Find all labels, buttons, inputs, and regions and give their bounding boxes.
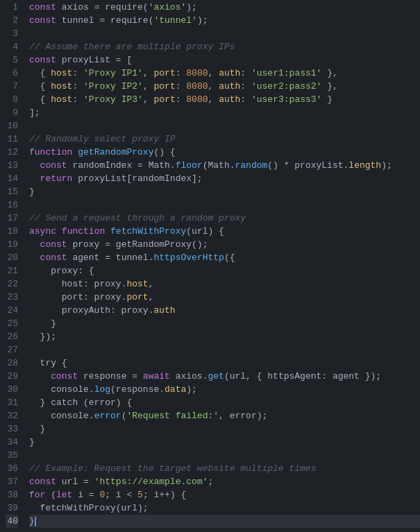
code-token: proxy	[67, 239, 106, 250]
code-token: (	[45, 490, 56, 500]
code-content[interactable]: const axios = require('axios');const tun…	[25, 0, 420, 532]
code-token: return	[29, 173, 72, 184]
code-line: for (let i = 0; i < 5; i++) {	[29, 488, 420, 501]
code-token: host	[126, 279, 148, 289]
code-line: const randomIndex = Math.floor(Math.rand…	[29, 159, 420, 172]
code-token: floor	[176, 160, 203, 171]
code-line: // Example: Request the target website m…	[29, 462, 420, 475]
code-line: const tunnel = require('tunnel');	[29, 14, 420, 27]
code-token: 8080	[186, 94, 208, 105]
code-token: =	[132, 371, 137, 381]
line-number: 39	[6, 501, 18, 515]
code-line: }	[29, 422, 420, 436]
code-token: Math.	[143, 160, 176, 171]
line-number: 4	[6, 40, 18, 53]
code-token: host	[51, 81, 72, 92]
code-token: 'Request failed:'	[126, 411, 219, 421]
code-token: const	[29, 2, 56, 12]
code-token: 'Proxy IP1'	[83, 68, 143, 78]
code-token: tunnel.	[110, 252, 153, 263]
line-number: 3	[6, 27, 18, 40]
code-token: }	[321, 94, 333, 105]
code-line: function getRandomProxy() {	[29, 146, 420, 159]
code-line	[29, 449, 420, 462]
line-number: 36	[6, 462, 18, 475]
code-token: getRandomProxy();	[110, 239, 208, 250]
code-token: 'user3:pass3'	[251, 94, 321, 105]
code-token: }	[29, 437, 35, 447]
code-line: proxy: {	[29, 264, 420, 277]
code-token: await	[137, 371, 170, 381]
code-token: axios	[56, 2, 94, 12]
line-number: 19	[6, 238, 18, 251]
code-token: ; i++) {	[143, 490, 186, 500]
code-token: let	[56, 490, 72, 500]
line-number: 2	[6, 14, 18, 27]
code-line: }	[29, 436, 420, 449]
code-line: const axios = require('axios');	[29, 1, 420, 14]
code-token: getRandomProxy	[78, 147, 153, 157]
code-token: }	[29, 516, 35, 526]
code-token: for	[29, 490, 45, 500]
line-number: 21	[6, 264, 18, 277]
code-line: const proxyList = [	[29, 53, 420, 67]
line-number: 23	[6, 291, 18, 304]
code-line: console.log(response.data);	[29, 383, 420, 396]
code-token: axios.	[170, 371, 208, 381]
code-line: }	[29, 317, 420, 330]
code-token: random	[235, 160, 267, 171]
code-token: ,	[143, 68, 154, 78]
code-token: );	[381, 160, 392, 171]
code-token: ,	[143, 81, 154, 92]
code-token: url	[56, 477, 83, 487]
code-line: async function fetchWithProxy(url) {	[29, 225, 420, 238]
code-token: },	[321, 68, 337, 78]
code-token: [	[121, 55, 133, 65]
text-cursor	[35, 517, 36, 526]
line-number: 25	[6, 317, 18, 330]
code-token: () * proxyList.	[267, 160, 348, 171]
code-line: { host: 'Proxy IP2', port: 8080, auth: '…	[29, 80, 420, 93]
line-number: 5	[6, 53, 18, 67]
code-token: 5	[137, 490, 143, 500]
code-line: port: proxy.port,	[29, 291, 420, 304]
code-token: :	[72, 81, 83, 92]
code-token: =	[89, 490, 94, 500]
code-editor: 1234567891011121314151617181920212223242…	[0, 0, 420, 532]
code-token: =	[116, 55, 121, 65]
code-token: log	[94, 384, 110, 395]
code-line: }	[29, 185, 420, 198]
code-token: httpsOverHttp	[153, 252, 224, 263]
code-token: proxyList[randomIndex];	[72, 173, 202, 184]
code-token: length	[348, 160, 381, 171]
code-token: );	[186, 384, 197, 395]
code-token: ,	[208, 81, 219, 92]
line-number: 9	[6, 106, 18, 119]
line-number: 30	[6, 383, 18, 396]
code-token: :	[240, 94, 251, 105]
code-token: 8080	[186, 68, 208, 78]
code-line	[29, 119, 420, 132]
code-token: 'Proxy IP3'	[83, 94, 143, 105]
code-token: ,	[208, 68, 219, 78]
line-number: 24	[6, 304, 18, 317]
code-token: proxy: {	[29, 266, 94, 276]
line-number: 32	[6, 409, 18, 422]
code-token: function	[62, 226, 105, 237]
code-line: const url = 'https://example.com';	[29, 475, 420, 488]
code-line: { host: 'Proxy IP3', port: 8080, auth: '…	[29, 93, 420, 106]
code-token: ,	[143, 94, 154, 105]
line-number: 29	[6, 370, 18, 383]
code-token: 'axios'	[149, 2, 187, 12]
line-number: 22	[6, 277, 18, 291]
code-token: (url, { httpsAgent: agent });	[224, 371, 381, 381]
code-token: const	[29, 55, 56, 65]
code-token: 'https://example.com'	[94, 477, 208, 487]
code-token: port	[153, 94, 175, 105]
code-token: :	[72, 94, 83, 105]
code-token: :	[176, 94, 187, 105]
code-line: ];	[29, 106, 420, 119]
code-token: });	[29, 332, 56, 342]
code-token: require(	[105, 15, 153, 26]
code-token: :	[176, 68, 187, 78]
